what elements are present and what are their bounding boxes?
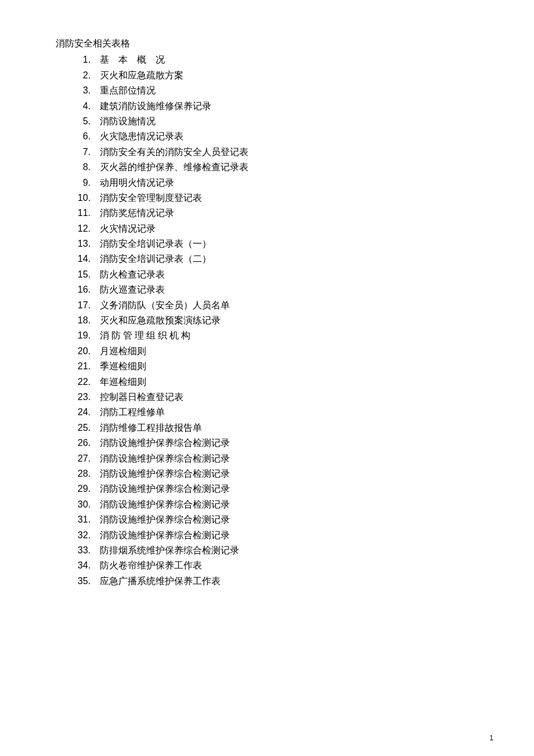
list-item: 35.应急广播系统维护保养工作表 bbox=[77, 574, 478, 589]
list-item: 30.消防设施维护保养综合检测记录 bbox=[77, 497, 478, 512]
list-item-text: 消防设施维护保养综合检测记录 bbox=[100, 528, 478, 543]
list-item-text: 消防设施情况 bbox=[100, 114, 478, 129]
list-item: 18.灭火和应急疏散预案演练记录 bbox=[77, 313, 478, 328]
list-item-text: 消防工程维修单 bbox=[100, 405, 478, 420]
list-item-text: 消防设施维护保养综合检测记录 bbox=[100, 451, 478, 466]
list-item-number: 15. bbox=[77, 267, 100, 282]
list-item-number: 27. bbox=[77, 451, 100, 466]
list-item-number: 32. bbox=[77, 528, 100, 543]
list-item-text: 消防设施维护保养综合检测记录 bbox=[100, 512, 478, 527]
list-item-number: 8. bbox=[77, 160, 100, 175]
list-item-number: 34. bbox=[77, 558, 100, 573]
list-item: 5.消防设施情况 bbox=[77, 114, 478, 129]
list-item-number: 18. bbox=[77, 313, 100, 328]
list-item: 25.消防维修工程排故报告单 bbox=[77, 420, 478, 435]
list-item-text: 季巡检细则 bbox=[100, 359, 478, 374]
list-item-number: 33. bbox=[77, 543, 100, 558]
list-item: 29.消防设施维护保养综合检测记录 bbox=[77, 481, 478, 496]
list-item-text: 控制器日检查登记表 bbox=[100, 390, 478, 405]
list-item: 21.季巡检细则 bbox=[77, 359, 478, 374]
list-item: 4.建筑消防设施维修保养记录 bbox=[77, 99, 478, 114]
list-item-number: 28. bbox=[77, 466, 100, 481]
list-item: 28.消防设施维护保养综合检测记录 bbox=[77, 466, 478, 481]
list-item-text: 灭火和应急疏散预案演练记录 bbox=[100, 313, 478, 328]
list-item-text: 消 防 管 理 组 织 机 构 bbox=[100, 328, 478, 343]
list-item: 22.年巡检细则 bbox=[77, 375, 478, 390]
list-item-number: 6. bbox=[77, 129, 100, 144]
list-item: 11.消防奖惩情况记录 bbox=[77, 206, 478, 221]
list-item: 6.火灾隐患情况记录表 bbox=[77, 129, 478, 144]
list-item-number: 11. bbox=[77, 206, 100, 221]
list-item-number: 20. bbox=[77, 344, 100, 359]
list-item: 12.火灾情况记录 bbox=[77, 221, 478, 236]
list-item-text: 消防安全有关的消防安全人员登记表 bbox=[100, 145, 478, 160]
list-item: 26.消防设施维护保养综合检测记录 bbox=[77, 435, 478, 451]
list-item: 13.消防安全培训记录表（一） bbox=[77, 236, 478, 251]
document-page: 消防安全相关表格 1.基 本 概 况2.灭火和应急疏散方案3.重点部位情况4.建… bbox=[0, 0, 534, 589]
list-item-number: 23. bbox=[77, 390, 100, 405]
list-item-text: 灭火器的维护保养、维修检查记录表 bbox=[100, 160, 478, 175]
list-item-text: 防火检查记录表 bbox=[100, 267, 478, 282]
list-item-number: 24. bbox=[77, 405, 100, 420]
list-item: 9.动用明火情况记录 bbox=[77, 175, 478, 190]
list-item-number: 4. bbox=[77, 99, 100, 114]
list-item-number: 1. bbox=[77, 52, 100, 67]
list-item-text: 消防设施维护保养综合检测记录 bbox=[100, 466, 478, 481]
list-item: 34.防火卷帘维护保养工作表 bbox=[77, 558, 478, 573]
list-item: 20.月巡检细则 bbox=[77, 344, 478, 359]
list-item: 33.防排烟系统维护保养综合检测记录 bbox=[77, 543, 478, 558]
list-item: 1.基 本 概 况 bbox=[77, 52, 478, 67]
list-item-text: 应急广播系统维护保养工作表 bbox=[100, 574, 478, 589]
list-item-number: 25. bbox=[77, 420, 100, 435]
list-item-number: 3. bbox=[77, 83, 100, 98]
list-item-number: 35. bbox=[77, 574, 100, 589]
list-item-text: 灭火和应急疏散方案 bbox=[100, 68, 478, 83]
list-item-text: 消防设施维护保养综合检测记录 bbox=[100, 435, 478, 451]
list-item-text: 消防安全管理制度登记表 bbox=[100, 190, 478, 206]
list-item: 27.消防设施维护保养综合检测记录 bbox=[77, 451, 478, 466]
list-item: 24.消防工程维修单 bbox=[77, 405, 478, 420]
table-of-contents-list: 1.基 本 概 况2.灭火和应急疏散方案3.重点部位情况4.建筑消防设施维修保养… bbox=[56, 52, 478, 589]
list-item: 10.消防安全管理制度登记表 bbox=[77, 190, 478, 206]
list-item-number: 30. bbox=[77, 497, 100, 512]
list-item-text: 火灾隐患情况记录表 bbox=[100, 129, 478, 144]
list-item-number: 5. bbox=[77, 114, 100, 129]
list-item-number: 14. bbox=[77, 251, 100, 267]
list-item-number: 9. bbox=[77, 175, 100, 190]
list-item-number: 29. bbox=[77, 481, 100, 496]
list-item-number: 17. bbox=[77, 298, 100, 313]
list-item-number: 10. bbox=[77, 190, 100, 206]
list-item: 8.灭火器的维护保养、维修检查记录表 bbox=[77, 160, 478, 175]
list-item-text: 消防维修工程排故报告单 bbox=[100, 420, 478, 435]
list-item-text: 义务消防队（安全员）人员名单 bbox=[100, 298, 478, 313]
list-item-text: 建筑消防设施维修保养记录 bbox=[100, 99, 478, 114]
list-item-number: 21. bbox=[77, 359, 100, 374]
list-item-number: 16. bbox=[77, 282, 100, 297]
document-title: 消防安全相关表格 bbox=[56, 36, 478, 51]
list-item: 7.消防安全有关的消防安全人员登记表 bbox=[77, 145, 478, 160]
list-item-number: 26. bbox=[77, 435, 100, 451]
list-item: 31.消防设施维护保养综合检测记录 bbox=[77, 512, 478, 527]
list-item-text: 消防安全培训记录表（一） bbox=[100, 236, 478, 251]
list-item-text: 消防安全培训记录表（二） bbox=[100, 251, 478, 267]
list-item-number: 31. bbox=[77, 512, 100, 527]
list-item-text: 重点部位情况 bbox=[100, 83, 478, 98]
page-number: 1 bbox=[489, 733, 493, 744]
list-item: 17.义务消防队（安全员）人员名单 bbox=[77, 298, 478, 313]
list-item-text: 年巡检细则 bbox=[100, 375, 478, 390]
list-item: 23.控制器日检查登记表 bbox=[77, 390, 478, 405]
list-item: 14.消防安全培训记录表（二） bbox=[77, 251, 478, 267]
list-item-text: 消防奖惩情况记录 bbox=[100, 206, 478, 221]
list-item-text: 防排烟系统维护保养综合检测记录 bbox=[100, 543, 478, 558]
list-item-text: 火灾情况记录 bbox=[100, 221, 478, 236]
list-item: 16.防火巡查记录表 bbox=[77, 282, 478, 297]
list-item: 3.重点部位情况 bbox=[77, 83, 478, 98]
list-item-text: 动用明火情况记录 bbox=[100, 175, 478, 190]
list-item: 19.消 防 管 理 组 织 机 构 bbox=[77, 328, 478, 343]
list-item: 2.灭火和应急疏散方案 bbox=[77, 68, 478, 83]
list-item: 32.消防设施维护保养综合检测记录 bbox=[77, 528, 478, 543]
list-item-text: 基 本 概 况 bbox=[100, 52, 478, 67]
list-item-number: 7. bbox=[77, 145, 100, 160]
list-item-text: 消防设施维护保养综合检测记录 bbox=[100, 497, 478, 512]
list-item-number: 2. bbox=[77, 68, 100, 83]
